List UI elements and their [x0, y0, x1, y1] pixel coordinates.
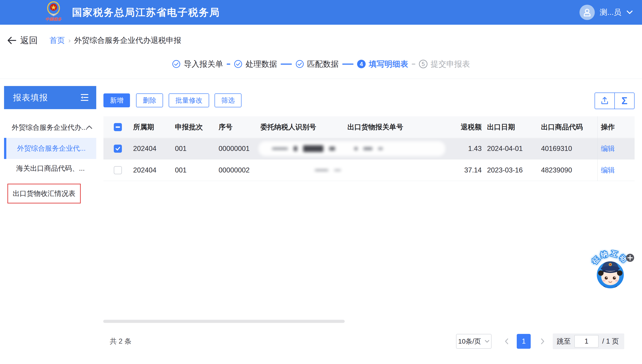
col-customs-no: 出口货物报关单号 — [347, 116, 403, 138]
chevron-down-icon — [485, 340, 490, 343]
sidebar: 报表填报 外贸综合服务企业代办... 外贸综合服务企业代... 海关出口商品代码… — [4, 86, 96, 204]
sidebar-item-customs-code[interactable]: 海关出口商品代码、... — [4, 162, 96, 174]
sidebar-header: 报表填报 — [4, 86, 96, 109]
page-1-button[interactable]: 1 — [517, 334, 531, 349]
add-button[interactable]: 新增 — [103, 94, 130, 107]
breadcrumb: 返回 首页 › 外贸综合服务企业代办退税申报 — [7, 32, 181, 50]
user-name: 测...员 — [600, 7, 621, 18]
table-header: 所属期 申报批次 序号 委托纳税人识别号 出口货物报关单号 退税额 出口日期 出… — [103, 116, 634, 138]
collapse-sidebar-icon[interactable] — [80, 93, 90, 102]
check-circle-icon — [296, 60, 304, 68]
cell-tax-refund: 1.43 — [437, 138, 482, 159]
sidebar-group-label: 外贸综合服务企业代办... — [12, 123, 87, 132]
sidebar-item-label: 外贸综合服务企业代... — [17, 144, 86, 153]
mascot-avatar: 征纳互动 — [590, 250, 630, 294]
filter-button[interactable]: 筛选 — [215, 94, 242, 107]
cell-period: 202404 — [133, 160, 156, 181]
step-match-data: 匹配数据 — [296, 59, 339, 70]
sidebar-group-foreign-trade[interactable]: 外贸综合服务企业代办... — [4, 122, 96, 134]
expand-button[interactable] — [626, 254, 634, 262]
logo-caption: 中国税务 — [45, 17, 62, 22]
checkbox-checked-icon — [114, 144, 122, 153]
cell-export-date: 2024-04-01 — [487, 138, 523, 159]
step-submit-form: 5 提交申报表 — [419, 59, 470, 70]
sidebar-item-export-forex-table[interactable]: 出口货物收汇情况表 — [8, 184, 81, 204]
table-row[interactable]: 202404 001 00000002 37.14 2023-03-16 482… — [103, 160, 634, 181]
next-page-button[interactable] — [537, 334, 548, 349]
batch-edit-button[interactable]: 批量修改 — [169, 94, 209, 107]
total-pages: / 1 页 — [602, 336, 619, 346]
cell-commodity-code: 48239090 — [541, 160, 572, 181]
step-import-declaration: 导入报关单 — [172, 59, 223, 70]
sidebar-item-foreign-trade-detail[interactable]: 外贸综合服务企业代... — [4, 138, 96, 159]
chevron-left-icon — [505, 338, 509, 344]
edit-link[interactable]: 编辑 — [601, 138, 615, 159]
step-label: 匹配数据 — [307, 59, 339, 70]
avatar[interactable] — [579, 5, 595, 20]
step-process-data: 处理数据 — [234, 59, 277, 70]
step-number-badge: 5 — [419, 60, 427, 68]
cell-seq: 00000002 — [219, 160, 250, 181]
national-emblem-icon — [45, 1, 62, 17]
chevron-right-icon: › — [68, 36, 71, 44]
sidebar-item-label: 海关出口商品代码、... — [16, 164, 85, 173]
row-checkbox[interactable] — [114, 160, 122, 181]
sigma-icon: Σ — [621, 96, 627, 106]
step-connector — [342, 64, 353, 65]
cell-seq: 00000001 — [219, 138, 250, 159]
cell-commodity-code: 40169310 — [541, 138, 572, 159]
active-indicator — [4, 138, 6, 159]
breadcrumb-home-link[interactable]: 首页 — [50, 35, 65, 46]
redacted-taxpayer-and-customs-no — [259, 141, 445, 156]
step-label: 处理数据 — [246, 59, 277, 70]
col-batch: 申报批次 — [175, 116, 203, 138]
delete-button[interactable]: 删除 — [136, 94, 163, 107]
col-seq: 序号 — [219, 116, 233, 138]
back-arrow-icon — [7, 36, 17, 44]
back-button[interactable]: 返回 — [7, 34, 38, 46]
col-taxpayer-id: 委托纳税人识别号 — [260, 116, 316, 138]
row-checkbox[interactable] — [114, 138, 122, 159]
checkbox-empty-icon — [114, 166, 122, 174]
edit-link[interactable]: 编辑 — [601, 160, 615, 181]
page-size-select[interactable]: 10条/页 — [456, 334, 492, 349]
redacted-taxpayer-and-customs-no — [259, 163, 416, 178]
checkbox-indeterminate-icon — [114, 123, 122, 131]
step-fill-detail: 4 填写明细表 — [357, 59, 408, 70]
sidebar-title: 报表填报 — [13, 92, 48, 103]
step-number-badge: 4 — [357, 60, 366, 68]
step-label: 填写明细表 — [369, 59, 408, 70]
back-label: 返回 — [20, 34, 38, 46]
step-connector — [412, 64, 415, 65]
chevron-up-icon — [86, 125, 93, 129]
sidebar-item-label: 出口货物收汇情况表 — [13, 189, 76, 198]
jump-label: 跳至 — [557, 336, 571, 346]
table-row[interactable]: 202404 001 00000001 1.43 2024-04-01 4016… — [103, 138, 634, 160]
check-circle-icon — [172, 60, 180, 68]
export-button[interactable] — [594, 92, 615, 109]
check-circle-icon — [234, 60, 243, 68]
jump-page-input[interactable] — [574, 335, 599, 348]
cell-batch: 001 — [175, 138, 187, 159]
user-menu[interactable]: 测...员 — [579, 0, 633, 25]
cell-batch: 001 — [175, 160, 187, 181]
horizontal-scrollbar-thumb[interactable] — [103, 320, 345, 323]
select-all-checkbox[interactable] — [114, 116, 122, 138]
step-label: 提交申报表 — [431, 59, 470, 70]
cell-period: 202404 — [133, 138, 156, 159]
export-icon — [600, 96, 610, 106]
chevron-down-icon — [626, 10, 633, 14]
step-connector — [227, 64, 230, 65]
step-label: 导入报关单 — [184, 59, 223, 70]
jump-to-page: 跳至 / 1 页 — [553, 334, 624, 349]
action-column-divider — [597, 116, 598, 181]
summary-button[interactable]: Σ — [614, 92, 634, 109]
step-wizard: 导入报关单 处理数据 匹配数据 4 填写明细表 5 提交申报表 — [0, 54, 642, 74]
col-commodity-code: 出口商品代码 — [541, 116, 583, 138]
col-tax-refund: 退税额 — [437, 116, 482, 138]
col-export-date: 出口日期 — [487, 116, 515, 138]
prev-page-button[interactable] — [501, 334, 512, 349]
page-title: 国家税务总局江苏省电子税务局 — [72, 0, 220, 25]
interaction-assistant[interactable]: 征纳互动 — [582, 250, 639, 299]
user-icon — [583, 8, 592, 17]
